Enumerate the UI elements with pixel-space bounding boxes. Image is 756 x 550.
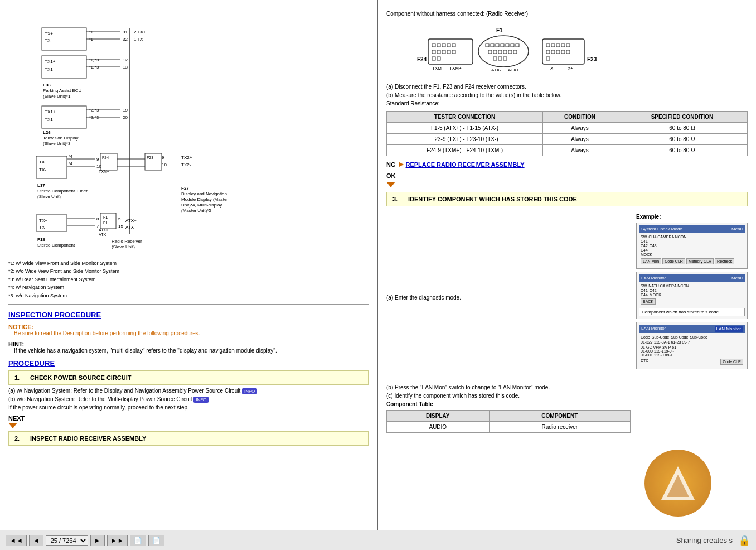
nav-doc-button-2[interactable]: 📄 [148, 535, 164, 546]
back-btn[interactable]: BACK [641, 298, 656, 305]
nav-doc-button-1[interactable]: 📄 [130, 535, 146, 546]
code-clr-btn-2[interactable]: Code CLR [720, 359, 743, 365]
step-2-box: 2. INSPECT RADIO RECEIVER ASSEMBLY [8, 431, 369, 446]
sharing-text: Sharing creates s [676, 536, 733, 544]
svg-text:TX+: TX+ [45, 31, 53, 36]
svg-text:10: 10 [162, 162, 167, 167]
notice-text: Be sure to read the Description before p… [14, 330, 369, 336]
svg-text:2  TX+: 2 TX+ [134, 30, 146, 35]
table-header-condition: CONDITION [543, 112, 617, 123]
nav-prev-button[interactable]: ◄ [29, 535, 43, 546]
component-table-label: Component Table [386, 401, 631, 407]
row2-connection: F23-9 (TX+) - F23-10 (TX-) [387, 134, 543, 145]
svg-rect-130 [561, 50, 565, 54]
svg-text:Stereo Component: Stereo Component [37, 243, 75, 248]
nav-last-button[interactable]: ►► [107, 535, 128, 546]
svg-text:F23: F23 [587, 56, 597, 62]
svg-text:F27: F27 [181, 186, 189, 191]
svg-rect-102 [486, 44, 489, 47]
table-header-connection: TESTER CONNECTION [387, 112, 543, 123]
svg-rect-89 [447, 44, 450, 47]
svg-rect-95 [452, 50, 455, 54]
row1-condition: Always [543, 123, 617, 134]
svg-text:32: 32 [123, 37, 128, 42]
bottom-right: Sharing creates s 🔒 [676, 534, 750, 547]
svg-text:20: 20 [123, 115, 128, 120]
svg-text:ATX+: ATX+ [125, 218, 137, 223]
svg-rect-110 [493, 50, 497, 54]
nav-next-button[interactable]: ► [90, 535, 105, 546]
notice-label: NOTICE: [8, 324, 33, 330]
example-label: Example: [636, 214, 748, 220]
screenshot-1-menu[interactable]: Menu [731, 226, 743, 231]
svg-rect-123 [551, 44, 555, 47]
svg-rect-108 [516, 44, 519, 47]
svg-text:(Master Unit)*5: (Master Unit)*5 [181, 208, 211, 213]
code-clr-btn[interactable]: Code CLR [662, 258, 685, 264]
svg-text:19: 19 [123, 108, 128, 113]
step-3-title: IDENTIFY COMPONENT WHICH HAS STORED THIS… [408, 196, 577, 202]
svg-rect-126 [566, 44, 570, 47]
svg-rect-104 [496, 44, 499, 47]
row3-connection: F24-9 (TXM+) - F24-10 (TXM-) [387, 145, 543, 156]
svg-text:ATX-: ATX- [99, 233, 108, 237]
svg-rect-92 [437, 50, 440, 54]
svg-rect-116 [498, 57, 502, 60]
procedure-title[interactable]: PROCEDURE [8, 359, 369, 368]
watermark [644, 450, 711, 517]
svg-rect-114 [513, 50, 517, 54]
nav-first-button[interactable]: ◄◄ [6, 535, 27, 546]
svg-text:9: 9 [162, 155, 164, 160]
svg-rect-122 [546, 44, 550, 47]
right-panel: Component without harness connected: (Ra… [378, 0, 756, 530]
svg-text:*1: *1 [89, 37, 93, 41]
svg-text:F1: F1 [103, 215, 108, 219]
ng-line: NG ▶ REPLACE RADIO RECEIVER ASSEMBLY [386, 161, 748, 168]
memory-clr-btn[interactable]: Memory CLR [686, 258, 714, 264]
row2-specified: 60 to 80 Ω [617, 134, 747, 145]
info-badge-2[interactable]: INFO [193, 397, 209, 403]
recheck-btn[interactable]: Recheck [715, 258, 734, 264]
svg-text:TX-: TX- [547, 66, 555, 71]
svg-text:Display and Navigation: Display and Navigation [181, 191, 227, 196]
svg-text:F18: F18 [37, 237, 45, 242]
svg-rect-111 [498, 50, 502, 54]
svg-text:TX2+: TX2+ [181, 155, 192, 160]
svg-text:*4: *4 [69, 155, 72, 158]
footnote-2: *2: w/o Wide View Front and Side Monitor… [8, 267, 369, 275]
row1-specified: 60 to 80 Ω [617, 123, 747, 134]
svg-text:F24: F24 [417, 56, 427, 62]
svg-text:*1, *3: *1, *3 [89, 65, 99, 69]
svg-text:TX1-: TX1- [45, 67, 55, 72]
svg-text:F36: F36 [43, 83, 51, 88]
svg-text:(Slave Unit)*3: (Slave Unit)*3 [43, 141, 71, 146]
svg-rect-103 [491, 44, 494, 47]
svg-text:F1: F1 [496, 27, 503, 33]
inspection-title[interactable]: INSPECTION PROCEDURE [8, 311, 369, 319]
comp-table-row: AUDIO Radio receiver [387, 422, 631, 433]
ok-label: OK [386, 172, 748, 179]
screenshot-2-menu[interactable]: Menu [731, 276, 743, 281]
svg-text:5: 5 [118, 216, 121, 221]
step-2-num: 2. [14, 435, 26, 442]
svg-text:TX-: TX- [39, 225, 46, 230]
info-badge-1[interactable]: INFO [242, 388, 257, 394]
screenshot-1: System Check Mode Menu SWCH4 CAMERA NCON… [636, 223, 748, 269]
svg-rect-131 [566, 50, 570, 54]
svg-text:TXM+: TXM+ [99, 170, 109, 173]
footnote-4: *4: w/ Navigation System [8, 283, 369, 291]
svg-text:9: 9 [96, 157, 99, 162]
replace-link[interactable]: REPLACE RADIO RECEIVER ASSEMBLY [406, 161, 525, 168]
svg-text:TXM-: TXM- [432, 66, 443, 71]
svg-rect-112 [503, 50, 507, 54]
lan-mon-btn[interactable]: LAN Mon [641, 258, 661, 264]
svg-text:13: 13 [123, 65, 128, 70]
svg-text:ATX+: ATX+ [99, 228, 108, 232]
circuit-diagram: TX+ TX- 31 32 2 TX+ 1 TX- *1 *1 TX1+ TX1… [8, 11, 369, 251]
page-select[interactable]: 25 / 7264 [46, 535, 88, 546]
svg-text:ATX+: ATX+ [508, 67, 519, 73]
table-header-specified: SPECIFIED CONDITION [617, 112, 747, 123]
row3-condition: Always [543, 145, 617, 156]
table-row: F24-9 (TXM+) - F24-10 (TXM-) Always 60 t… [387, 145, 748, 156]
hint-text: If the vehicle has a navigation system, … [14, 348, 369, 354]
